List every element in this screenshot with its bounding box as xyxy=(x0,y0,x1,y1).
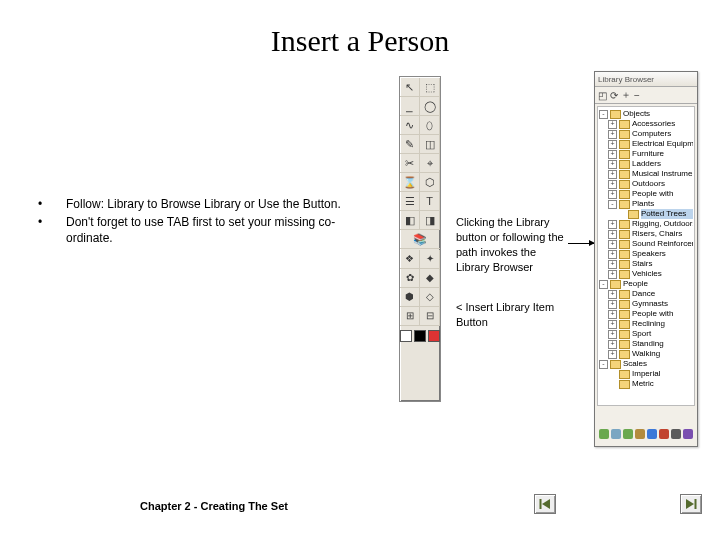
tree-node[interactable]: +Standing xyxy=(599,339,693,349)
tree-node[interactable]: Metric xyxy=(599,379,693,389)
toolbar-button[interactable]: − xyxy=(634,90,640,101)
expand-icon[interactable]: + xyxy=(608,300,617,309)
tree-node[interactable]: +Dance xyxy=(599,289,693,299)
tool-button[interactable]: ⬚ xyxy=(420,78,440,97)
folder-icon xyxy=(619,300,630,309)
tree-label: Plants xyxy=(632,199,693,209)
tool-button[interactable]: ✦ xyxy=(420,250,440,269)
tool-button[interactable]: ❖ xyxy=(400,250,420,269)
expand-icon[interactable]: + xyxy=(608,230,617,239)
tree-node[interactable]: +Speakers xyxy=(599,249,693,259)
tree-node[interactable]: Potted Trees xyxy=(599,209,693,219)
tree-node[interactable]: +Walking xyxy=(599,349,693,359)
tree-node[interactable]: +Stairs xyxy=(599,259,693,269)
library-tree[interactable]: -Objects+Accessories+Computers+Electrica… xyxy=(597,106,695,406)
library-thumbnail[interactable] xyxy=(635,429,645,439)
nav-next-button[interactable] xyxy=(680,494,702,514)
toolbar-button[interactable]: ⟳ xyxy=(610,90,618,101)
expand-icon[interactable]: + xyxy=(608,170,617,179)
expand-icon[interactable]: + xyxy=(608,140,617,149)
expand-icon[interactable]: + xyxy=(608,270,617,279)
swatch[interactable] xyxy=(428,330,440,342)
library-thumbnail[interactable] xyxy=(659,429,669,439)
tool-button[interactable]: T xyxy=(420,192,440,211)
tool-button[interactable]: ⌛ xyxy=(400,173,420,192)
tree-node[interactable]: +Reclining xyxy=(599,319,693,329)
tool-button[interactable]: ◫ xyxy=(420,135,440,154)
library-thumbnail[interactable] xyxy=(623,429,633,439)
expand-icon[interactable]: + xyxy=(608,330,617,339)
tool-button[interactable]: ⊟ xyxy=(420,307,440,326)
tool-button[interactable]: ✎ xyxy=(400,135,420,154)
expand-icon[interactable]: + xyxy=(608,290,617,299)
tool-button[interactable]: ✂ xyxy=(400,154,420,173)
tree-node[interactable]: +Risers, Chairs xyxy=(599,229,693,239)
expand-icon[interactable]: + xyxy=(608,240,617,249)
library-thumbnail[interactable] xyxy=(671,429,681,439)
collapse-icon[interactable]: - xyxy=(599,360,608,369)
tree-node[interactable]: +Outdoors xyxy=(599,179,693,189)
insert-library-item-button[interactable]: 📚 xyxy=(400,230,440,249)
tool-button[interactable]: ⌖ xyxy=(420,154,440,173)
tree-node[interactable]: +Accessories xyxy=(599,119,693,129)
library-thumbnail[interactable] xyxy=(683,429,693,439)
tool-button[interactable]: ☰ xyxy=(400,192,420,211)
tree-node[interactable]: +Electrical Equipment xyxy=(599,139,693,149)
expand-icon[interactable]: + xyxy=(608,250,617,259)
tree-node[interactable]: -Scales xyxy=(599,359,693,369)
expand-icon[interactable]: + xyxy=(608,320,617,329)
tree-node[interactable]: +Sound Reinforcement xyxy=(599,239,693,249)
expand-icon[interactable]: + xyxy=(608,180,617,189)
library-thumbnail[interactable] xyxy=(611,429,621,439)
tool-button[interactable]: ◧ xyxy=(400,211,420,230)
tree-node[interactable]: -Objects xyxy=(599,109,693,119)
swatch[interactable] xyxy=(414,330,426,342)
tool-button[interactable]: ⬯ xyxy=(420,116,440,135)
expand-icon[interactable]: + xyxy=(608,150,617,159)
toolbar-button[interactable]: ＋ xyxy=(621,88,631,102)
tree-label: Walking xyxy=(632,349,693,359)
expand-icon[interactable]: + xyxy=(608,340,617,349)
tree-node[interactable]: +Furniture xyxy=(599,149,693,159)
tree-node[interactable]: -People xyxy=(599,279,693,289)
expand-icon[interactable]: + xyxy=(608,130,617,139)
nav-prev-button[interactable] xyxy=(534,494,556,514)
expand-icon[interactable]: + xyxy=(608,120,617,129)
expand-icon[interactable]: + xyxy=(608,220,617,229)
tree-node[interactable]: +Sport xyxy=(599,329,693,339)
tree-node[interactable]: +People with xyxy=(599,309,693,319)
tree-node[interactable]: +Vehicles xyxy=(599,269,693,279)
library-thumbnail[interactable] xyxy=(647,429,657,439)
expand-icon[interactable]: + xyxy=(608,160,617,169)
tree-node[interactable]: +Musical Instruments xyxy=(599,169,693,179)
collapse-icon[interactable]: - xyxy=(608,200,617,209)
expand-icon[interactable]: + xyxy=(608,350,617,359)
tree-node[interactable]: +Ladders xyxy=(599,159,693,169)
tool-button[interactable]: ✿ xyxy=(400,269,420,288)
tool-button[interactable]: ∿ xyxy=(400,116,420,135)
tool-button[interactable]: ⬡ xyxy=(420,173,440,192)
collapse-icon[interactable]: - xyxy=(599,110,608,119)
tool-button[interactable]: ◨ xyxy=(420,211,440,230)
tool-button[interactable]: ◯ xyxy=(420,97,440,116)
tool-button[interactable]: ↖ xyxy=(400,78,420,97)
tool-button[interactable]: ⊞ xyxy=(400,307,420,326)
tree-node[interactable]: Imperial xyxy=(599,369,693,379)
expand-icon[interactable]: + xyxy=(608,260,617,269)
tool-button[interactable]: ◇ xyxy=(420,288,440,307)
tree-node[interactable]: -Plants xyxy=(599,199,693,209)
toolbar-button[interactable]: ◰ xyxy=(598,90,607,101)
tree-node[interactable]: +Rigging, Outdoors xyxy=(599,219,693,229)
expand-icon[interactable]: + xyxy=(608,310,617,319)
swatch[interactable] xyxy=(400,330,412,342)
tree-node[interactable]: +People with xyxy=(599,189,693,199)
tool-button[interactable]: ⬢ xyxy=(400,288,420,307)
tree-node[interactable]: +Computers xyxy=(599,129,693,139)
library-thumbnail[interactable] xyxy=(599,429,609,439)
expand-icon[interactable]: + xyxy=(608,190,617,199)
tool-button[interactable]: ◆ xyxy=(420,269,440,288)
collapse-icon[interactable]: - xyxy=(599,280,608,289)
folder-icon xyxy=(619,350,630,359)
tree-node[interactable]: +Gymnasts xyxy=(599,299,693,309)
tool-button[interactable]: ⎯ xyxy=(400,97,420,116)
